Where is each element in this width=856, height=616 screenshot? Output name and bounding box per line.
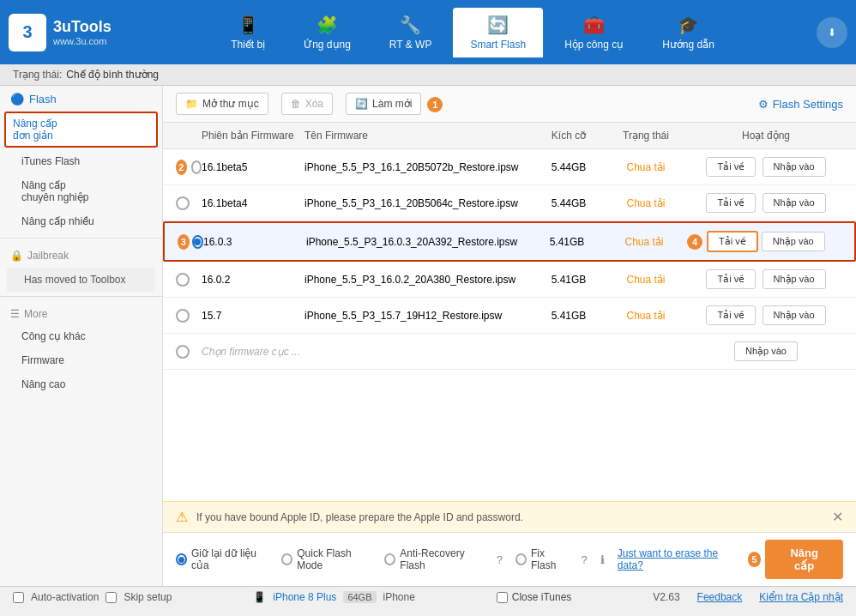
radio-btn-2[interactable]	[192, 235, 203, 249]
hopcongcu-icon: 🧰	[583, 15, 605, 35]
version-0: 16.1beta5	[202, 161, 304, 173]
phone-icon: 📱	[253, 591, 266, 603]
radio-btn-3[interactable]	[176, 273, 190, 287]
itunes-flash-label: iTunes Flash	[21, 155, 80, 167]
enter-btn-2[interactable]: Nhập vào	[762, 232, 825, 251]
feedback-link[interactable]: Feedback	[697, 591, 743, 603]
actions-4: Tải về Nhập vào	[689, 305, 843, 325]
sidebar-item-nangcap-don-gian[interactable]: Nâng cấpđơn giản	[4, 112, 158, 148]
download-btn-4[interactable]: Tải về	[706, 305, 756, 325]
anti-recovery-option[interactable]: Anti-Recovery Flash	[384, 547, 483, 571]
keep-data-option[interactable]: Giữ lại dữ liệu của	[176, 547, 268, 571]
enter-btn-5[interactable]: Nhập vào	[734, 341, 798, 361]
radio-btn-4[interactable]	[176, 309, 190, 323]
flash-settings-button[interactable]: ⚙ Flash Settings	[758, 98, 843, 111]
auto-activation-checkbox[interactable]	[13, 592, 24, 603]
version-1: 16.1beta4	[202, 197, 304, 209]
actions-1: Tải về Nhập vào	[689, 193, 843, 213]
sidebar-flash-header[interactable]: 🔵 Flash	[0, 86, 162, 110]
flash-settings-label: Flash Settings	[773, 98, 843, 111]
actions-3: Tải về Nhập vào	[689, 269, 843, 289]
radio-btn-1[interactable]	[176, 196, 190, 210]
sidebar-item-firmware[interactable]: Firmware	[0, 348, 162, 372]
download-btn-0[interactable]: Tải về	[706, 157, 756, 177]
refresh-button[interactable]: 🔄 Làm mới	[346, 93, 421, 115]
sidebar-item-nangcap-chuyen-nghiep[interactable]: Nâng cấpchuyên nghiệp	[0, 173, 162, 209]
status-label: Trạng thái:	[13, 69, 62, 81]
step4-badge: 4	[687, 234, 702, 250]
app-logo: 3	[9, 14, 46, 51]
sidebar-more-header[interactable]: ☰ More	[0, 301, 162, 324]
download-button[interactable]: ⬇	[817, 17, 847, 48]
enter-btn-1[interactable]: Nhập vào	[763, 193, 826, 213]
upgrade-button[interactable]: Nâng cấp	[765, 540, 843, 579]
table-header: Phiên bản Firmware Tên Firmware Kích cỡ …	[163, 123, 856, 149]
bottom-bar: Auto-activation Skip setup 📱 iPhone 8 Pl…	[0, 586, 856, 607]
download-btn-2[interactable]: Tải về	[707, 231, 758, 252]
sidebar-item-nang-cao[interactable]: Nâng cao	[0, 372, 162, 396]
keep-data-label: Giữ lại dữ liệu của	[191, 547, 268, 571]
nav-huongdan[interactable]: 🎓 Hướng dẫn	[645, 8, 732, 57]
sidebar-item-itunes-flash[interactable]: iTunes Flash	[0, 149, 162, 173]
anti-recovery-help-icon[interactable]: ?	[497, 553, 503, 566]
version-5: Chọn firmware cục ...	[202, 346, 304, 358]
main-layout: 🔵 Flash Nâng cấpđơn giản iTunes Flash Nâ…	[0, 86, 856, 586]
row-radio-2: 3	[178, 234, 203, 250]
step5-badge: 5	[748, 552, 761, 567]
info-close-button[interactable]: ✕	[832, 509, 843, 525]
table-row-custom: Chọn firmware cục ... Nhập vào	[163, 334, 856, 370]
sidebar-item-cong-cu-khac[interactable]: Công cụ khác	[0, 324, 162, 348]
firmware-table: 2 16.1beta5 iPhone_5.5_P3_16.1_20B5072b_…	[163, 149, 856, 501]
col-action-header: Hoạt động	[689, 130, 843, 142]
sidebar-jailbreak-header[interactable]: 🔒 Jailbreak	[0, 243, 162, 266]
download-btn-3[interactable]: Tải về	[706, 269, 756, 289]
quick-flash-radio[interactable]	[281, 553, 292, 565]
fix-flash-radio[interactable]	[515, 553, 527, 565]
delete-button[interactable]: 🗑 Xóa	[281, 93, 333, 115]
nav-smartflash-label: Smart Flash	[470, 39, 526, 51]
table-row: 16.0.2 iPhone_5.5_P3_16.0.2_20A380_Resto…	[163, 262, 856, 298]
open-folder-button[interactable]: 📁 Mở thư mục	[176, 93, 268, 115]
size-4: 5.41GB	[534, 310, 603, 322]
refresh-label: Làm mới	[372, 98, 412, 110]
enter-btn-4[interactable]: Nhập vào	[763, 305, 826, 325]
version-2: 16.0.3	[203, 236, 306, 248]
close-itunes-checkbox[interactable]	[497, 592, 508, 603]
nav-hopcongcu[interactable]: 🧰 Hộp công cụ	[547, 8, 641, 57]
table-row: 2 16.1beta5 iPhone_5.5_P3_16.1_20B5072b_…	[163, 149, 856, 185]
skip-setup-checkbox[interactable]	[105, 592, 117, 603]
fix-flash-option[interactable]: Fix Flash	[515, 547, 569, 571]
nav-rtwp[interactable]: 🔧 RT & WP	[372, 8, 449, 57]
version-label: V2.63	[653, 591, 679, 603]
close-itunes-button[interactable]: Close iTunes	[497, 591, 572, 603]
auto-activation-label: Auto-activation	[31, 591, 99, 603]
skip-setup-label: Skip setup	[124, 591, 172, 603]
folder-icon: 📁	[185, 98, 198, 110]
delete-label: Xóa	[305, 98, 323, 110]
download-btn-1[interactable]: Tải về	[706, 193, 756, 213]
radio-btn-0[interactable]	[191, 160, 202, 174]
rtwp-icon: 🔧	[400, 15, 421, 35]
col-filename-header: Tên Firmware	[304, 130, 534, 142]
nav-hopcongcu-label: Hộp công cụ	[564, 39, 624, 51]
sidebar-item-nangcap-nhieu[interactable]: Nâng cấp nhiều	[0, 209, 162, 233]
sidebar-item-toolbox[interactable]: Has moved to Toolbox	[7, 268, 155, 292]
lock-icon: 🔒	[10, 250, 23, 262]
erase-data-link[interactable]: Just want to erase the data?	[618, 547, 735, 571]
keep-data-radio[interactable]	[176, 553, 187, 565]
toolbox-label: Has moved to Toolbox	[24, 274, 126, 286]
check-update-link[interactable]: Kiểm tra Cập nhật	[759, 591, 843, 603]
fix-flash-help-icon[interactable]: ?	[582, 553, 588, 566]
nav-thietbi[interactable]: 📱 Thiết bị	[214, 8, 282, 57]
table-row: 16.1beta4 iPhone_5.5_P3_16.1_20B5064c_Re…	[163, 185, 856, 221]
enter-btn-0[interactable]: Nhập vào	[763, 157, 826, 177]
quick-flash-option[interactable]: Quick Flash Mode	[281, 547, 371, 571]
radio-btn-5[interactable]	[176, 345, 190, 359]
nav-ungdung[interactable]: 🧩 Ứng dụng	[286, 8, 368, 57]
nangcap-don-gian-label: Nâng cấpđơn giản	[13, 118, 57, 142]
nav-smartflash[interactable]: 🔄 Smart Flash	[453, 8, 543, 57]
enter-btn-3[interactable]: Nhập vào	[763, 269, 826, 289]
content-area: 📁 Mở thư mục 🗑 Xóa 🔄 Làm mới 1 ⚙ Flash S…	[163, 86, 856, 586]
device-type: iPhone	[383, 591, 415, 603]
anti-recovery-radio[interactable]	[384, 553, 395, 565]
